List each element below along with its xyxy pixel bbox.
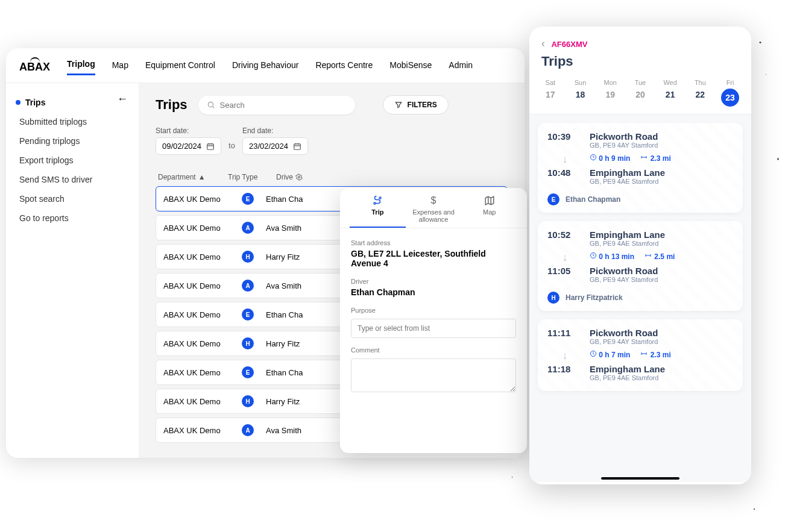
cell-department: ABAX UK Demo — [163, 426, 230, 435]
calendar-strip[interactable]: Sat17Sun18Mon19Tue20Wed21Thu22Fri23 — [529, 73, 751, 114]
sidebar-item-spotsearch[interactable]: Spot search — [16, 189, 129, 208]
trip-type-badge: E — [242, 308, 254, 321]
svg-point-0 — [208, 102, 213, 107]
calendar-day[interactable]: Sun18 — [567, 79, 594, 107]
clock-icon — [590, 154, 597, 161]
distance: 2.3 mi — [640, 350, 670, 359]
calendar-day[interactable]: Thu22 — [687, 79, 713, 107]
svg-point-12 — [379, 197, 381, 199]
depart-place: Pickworth Road — [590, 131, 733, 142]
cell-trip-type: H — [230, 337, 266, 349]
depart-time: 10:52 — [547, 230, 582, 249]
day-of-week: Sun — [575, 79, 587, 86]
comment-input[interactable] — [351, 358, 516, 392]
back-button[interactable]: ‹ — [541, 37, 545, 50]
cell-trip-type: E — [230, 366, 266, 378]
day-number: 22 — [687, 90, 713, 99]
tab-expenses[interactable]: $ Expenses and allowance — [406, 195, 462, 228]
sidebar-item-sms[interactable]: Send SMS to driver — [16, 170, 129, 189]
trip-card[interactable]: 11:11Pickworth RoadGB, PE9 4AY Stamford↓… — [538, 319, 743, 391]
nav-reports-centre[interactable]: Reports Centre — [315, 60, 373, 75]
sidebar: ← Trips Submitted triplogs Pending tripl… — [6, 83, 139, 458]
nav-triplog[interactable]: Triplog — [67, 59, 95, 75]
cell-department: ABAX UK Demo — [163, 281, 230, 290]
calendar-day[interactable]: Sat17 — [537, 79, 564, 107]
day-of-week: Mon — [604, 79, 617, 86]
gear-icon[interactable] — [295, 174, 303, 181]
duration: 0 h 9 min — [590, 154, 630, 163]
header-trip-type[interactable]: Trip Type — [228, 173, 276, 181]
arrow-down-icon: ↓ — [547, 152, 582, 166]
depart-time: 10:39 — [547, 131, 582, 151]
driver-badge: H — [547, 292, 559, 304]
trip-type-badge: A — [242, 280, 254, 292]
cell-trip-type: H — [230, 395, 266, 407]
header-driver[interactable]: Drive — [276, 173, 324, 181]
sidebar-item-trips[interactable]: Trips — [16, 93, 129, 112]
clock-icon — [590, 252, 597, 259]
day-of-week: Wed — [663, 79, 676, 86]
end-date-value: 23/02/2024 — [249, 142, 288, 151]
nav-mobisense[interactable]: MobiSense — [389, 60, 432, 75]
driver-value: Ethan Chapman — [351, 287, 516, 297]
depart-place: Pickworth Road — [590, 328, 733, 338]
nav-driving-behaviour[interactable]: Driving Behaviour — [232, 60, 299, 75]
sidebar-collapse-icon[interactable]: ← — [117, 93, 128, 105]
search-input[interactable] — [220, 101, 347, 110]
card-driver: EEthan Chapman — [547, 193, 733, 205]
nav-admin[interactable]: Admin — [449, 60, 473, 75]
cell-department: ABAX UK Demo — [163, 195, 230, 204]
date-to-label: to — [228, 141, 235, 155]
calendar-day[interactable]: Wed21 — [657, 79, 684, 107]
date-range: Start date: 09/02/2024 to End date: 23/0… — [156, 127, 508, 155]
card-driver: HHarry Fitzpatrick — [547, 292, 733, 304]
map-icon — [484, 195, 495, 206]
filters-button[interactable]: FILTERS — [383, 95, 449, 114]
tab-trip[interactable]: Trip — [350, 195, 406, 228]
svg-point-10 — [298, 177, 300, 178]
calendar-icon — [206, 142, 215, 151]
cell-trip-type: E — [230, 308, 266, 321]
depart-address: GB, PE9 4AY Stamford — [590, 142, 733, 149]
day-number: 18 — [567, 90, 594, 99]
arrive-place: Empingham Lane — [590, 167, 733, 178]
trip-list[interactable]: 10:39Pickworth RoadGB, PE9 4AY Stamford↓… — [529, 114, 751, 482]
nav-map[interactable]: Map — [112, 60, 128, 75]
search-box[interactable] — [198, 96, 355, 114]
tab-map[interactable]: Map — [461, 195, 517, 228]
calendar-day[interactable]: Fri23 — [717, 79, 743, 107]
calendar-day[interactable]: Tue20 — [627, 79, 654, 107]
tab-expenses-label: Expenses and allowance — [406, 208, 462, 223]
arrive-time: 11:05 — [547, 266, 582, 286]
calendar-day[interactable]: Mon19 — [597, 79, 623, 107]
sidebar-item-pending[interactable]: Pending triplogs — [16, 131, 129, 151]
cell-trip-type: E — [230, 193, 266, 205]
cell-department: ABAX UK Demo — [163, 310, 230, 319]
start-date-input[interactable]: 09/02/2024 — [156, 137, 221, 155]
sidebar-item-submitted[interactable]: Submitted triplogs — [16, 112, 129, 131]
day-of-week: Fri — [726, 79, 734, 86]
dollar-icon: $ — [431, 195, 436, 206]
calendar-icon — [293, 142, 301, 151]
arrow-down-icon: ↓ — [547, 349, 582, 363]
trip-type-badge: H — [242, 251, 254, 263]
nav-equipment-control[interactable]: Equipment Control — [145, 60, 215, 75]
sidebar-item-reports[interactable]: Go to reports — [16, 208, 129, 228]
sidebar-item-export[interactable]: Export triplogs — [16, 151, 129, 170]
cell-trip-type: H — [230, 251, 266, 263]
trip-detail-popover: Trip $ Expenses and allowance Map Start … — [340, 188, 527, 453]
page-title: Trips — [156, 97, 188, 113]
header-department[interactable]: Department ▲ — [158, 173, 228, 181]
trip-card[interactable]: 10:52Empingham LaneGB, PE9 4AE Stamford↓… — [538, 221, 743, 311]
trip-type-badge: H — [242, 337, 254, 349]
trip-card[interactable]: 10:39Pickworth RoadGB, PE9 4AY Stamford↓… — [538, 123, 743, 213]
day-number: 17 — [537, 90, 564, 99]
day-number: 23 — [721, 89, 739, 107]
arrive-address: GB, PE9 4AY Stamford — [590, 276, 733, 283]
mobile-panel: ‹ AF66XMV Trips Sat17Sun18Mon19Tue20Wed2… — [529, 27, 751, 484]
trip-type-badge: E — [242, 193, 254, 205]
sort-asc-icon: ▲ — [198, 173, 206, 181]
purpose-input[interactable] — [351, 319, 516, 338]
end-date-input[interactable]: 23/02/2024 — [242, 137, 308, 155]
start-date-value: 09/02/2024 — [162, 142, 201, 151]
